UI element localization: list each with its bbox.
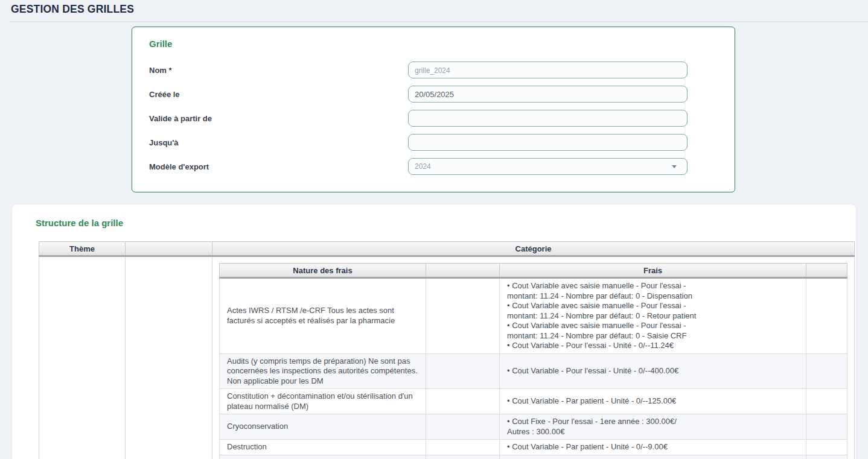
nom-label: Nom *: [149, 66, 408, 75]
structure-heading: Structure de la grille: [36, 218, 856, 228]
nature-des-frais-column-header: Nature des frais: [220, 264, 426, 278]
inner-middle-column-header: [426, 264, 500, 278]
nature-cell: Cryoconservation: [220, 414, 426, 440]
categorie-cell: Nature des frais Frais Actes IWRS / RTSM…: [212, 256, 855, 459]
frais-line: • Cout Variable - Pour l'essai - Unité -…: [507, 366, 800, 376]
frais-line: • Cout Variable - Pour l'essai - Unité -…: [507, 341, 800, 351]
form-row-jusqua: Jusqu'à: [149, 130, 735, 154]
middle-empty-cell: [426, 414, 500, 440]
page-header: GESTION DES GRILLES: [10, 0, 868, 22]
table-row: Audits (y compris temps de préparation) …: [220, 353, 847, 389]
grille-form-panel: Grille Nom * Créée le Valide à partir de…: [132, 27, 735, 192]
outer-header-row: Thème Catégorie: [39, 242, 855, 256]
table-row: Actes IWRS / RTSM /e-CRF Tous les actes …: [220, 278, 847, 354]
frais-cell: • Cout Fixe - Pour l'essai - 1ere année …: [500, 414, 806, 440]
outer-middle-cell: [126, 256, 212, 459]
valide-input[interactable]: [408, 110, 688, 127]
table-row: Constitution + décontamination et/ou sté…: [220, 389, 847, 414]
categorie-inner-table: Nature des frais Frais Actes IWRS / RTSM…: [219, 263, 847, 459]
right-empty-cell: [806, 414, 847, 440]
modele-export-selected-value: 2024: [415, 162, 431, 171]
jusqua-label: Jusqu'à: [149, 138, 408, 147]
frais-cell: • Cout Variable - Par patient - Unité - …: [500, 389, 806, 414]
form-row-modele: Modèle d'export 2024: [149, 154, 735, 179]
frais-line: • Cout Variable avec saisie manuelle - P…: [507, 321, 800, 341]
theme-column-header: Thème: [39, 242, 126, 256]
frais-cell: • Cout Variable - Par patient - Unité - …: [500, 440, 806, 455]
frais-line: • Cout Variable - Par patient - Unité - …: [507, 442, 800, 452]
inner-right-column-header: [806, 264, 847, 278]
cree-le-input[interactable]: [408, 86, 688, 103]
inner-table-body: Actes IWRS / RTSM /e-CRF Tous les actes …: [220, 278, 847, 459]
nom-input[interactable]: [408, 62, 688, 78]
nature-cell-text: Cryoconservation: [227, 422, 288, 431]
nature-cell-text: Destruction: [227, 442, 267, 451]
frais-line: • Cout Variable avec saisie manuelle - P…: [507, 301, 800, 321]
jusqua-input[interactable]: [408, 134, 688, 151]
table-row: Cryoconservation • Cout Fixe - Pour l'es…: [220, 414, 847, 440]
inner-header-row: Nature des frais Frais: [220, 264, 847, 278]
right-empty-cell: [806, 455, 847, 459]
middle-empty-cell: [426, 278, 500, 354]
nature-cell-text: Actes IWRS / RTSM /e-CRF Tous les actes …: [227, 306, 395, 325]
middle-empty-cell: [426, 389, 500, 414]
form-row-cree-le: Créée le: [149, 82, 735, 106]
chevron-down-icon: [672, 165, 677, 168]
right-empty-cell: [806, 278, 847, 354]
frais-line: • Cout Variable - Par patient - Unité - …: [507, 396, 800, 407]
frais-cell: • Cout Variable avec saisie manuelle - P…: [500, 278, 806, 354]
nature-cell: Destruction: [220, 440, 426, 455]
page-title: GESTION DES GRILLES: [11, 3, 868, 16]
modele-export-select[interactable]: 2024: [408, 158, 688, 175]
frais-line: • Cout Fixe - Pour l'essai - 1ere année …: [507, 417, 800, 437]
middle-empty-cell: [426, 353, 500, 389]
cree-le-label: Créée le: [149, 90, 408, 99]
frais-column-header: Frais: [500, 264, 806, 278]
structure-card: Structure de la grille Thème Catégorie: [12, 204, 856, 459]
frais-cell: • Cout Variable - Par patient - Unité - …: [500, 455, 806, 459]
form-row-valide: Valide à partir de: [149, 106, 735, 130]
table-row: Dispensation nominative • Cout Variable …: [220, 455, 847, 459]
structure-outer-table: Thème Catégorie Nature des frais: [39, 241, 855, 459]
modele-label: Modèle d'export: [149, 162, 408, 171]
form-row-nom: Nom *: [149, 58, 735, 82]
categorie-column-header: Catégorie: [212, 242, 855, 256]
theme-cell: [39, 256, 126, 459]
nature-cell-text: Constitution + décontamination et/ou sté…: [227, 391, 413, 411]
nature-cell: Dispensation nominative: [220, 455, 426, 459]
right-empty-cell: [806, 440, 847, 455]
grille-panel-heading: Grille: [149, 39, 735, 49]
middle-empty-cell: [426, 455, 500, 459]
nature-cell: Audits (y compris temps de préparation) …: [220, 353, 426, 389]
outer-body-row: Nature des frais Frais Actes IWRS / RTSM…: [39, 256, 855, 459]
outer-middle-column-header: [126, 242, 212, 256]
nature-cell: Actes IWRS / RTSM /e-CRF Tous les actes …: [220, 278, 426, 354]
valide-label: Valide à partir de: [149, 114, 408, 123]
frais-cell: • Cout Variable - Pour l'essai - Unité -…: [500, 353, 806, 389]
middle-empty-cell: [426, 440, 500, 455]
right-empty-cell: [806, 389, 847, 414]
right-empty-cell: [806, 353, 847, 389]
nature-cell: Constitution + décontamination et/ou sté…: [220, 389, 426, 414]
frais-line: • Cout Variable avec saisie manuelle - P…: [507, 281, 800, 301]
nature-cell-text: Audits (y compris temps de préparation) …: [227, 356, 418, 385]
table-row: Destruction • Cout Variable - Par patien…: [220, 440, 847, 455]
